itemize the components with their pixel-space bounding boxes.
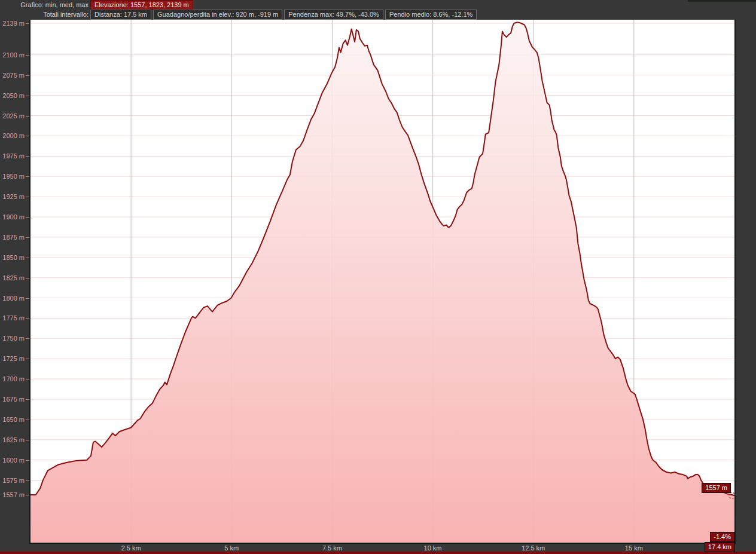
stat-slope-avg: Pendio medio: 8.6%, -12.1% bbox=[385, 10, 477, 20]
y-axis-label: 1825 m bbox=[0, 274, 25, 282]
elevation-area-plot[interactable] bbox=[31, 20, 734, 543]
y-axis-label: 1900 m bbox=[0, 213, 25, 221]
stat-distance: Distanza: 17.5 km bbox=[90, 10, 151, 20]
y-axis-tick bbox=[26, 480, 29, 481]
y-axis-tick bbox=[26, 420, 29, 420]
elevation-profile-chart[interactable] bbox=[31, 20, 734, 543]
y-axis-tick bbox=[26, 237, 29, 238]
elevation-profile-window: Grafico: min, med, max Elevazione: 1557,… bbox=[0, 0, 756, 554]
window-edge-artifact bbox=[688, 0, 756, 2]
y-axis-tick bbox=[26, 217, 29, 218]
y-axis-tick bbox=[26, 440, 29, 440]
x-axis-label: 12.5 km bbox=[522, 544, 545, 552]
y-axis-tick bbox=[26, 197, 29, 197]
end-distance-badge: 17.4 km bbox=[705, 542, 735, 552]
y-axis-label: 2000 m bbox=[0, 131, 25, 140]
y-axis-label: 1750 m bbox=[0, 334, 25, 342]
chart-header-row-1: Grafico: min, med, max Elevazione: 1557,… bbox=[0, 0, 193, 10]
chart-header-row-2: Totali intervallo: Distanza: 17.5 km Gua… bbox=[0, 10, 477, 20]
y-axis-label: 2050 m bbox=[0, 91, 25, 100]
y-axis-label: 1700 m bbox=[0, 375, 25, 383]
interval-totals-label: Totali intervallo: bbox=[0, 10, 89, 20]
y-axis-label: 1850 m bbox=[0, 253, 25, 262]
x-axis-label: 10 km bbox=[424, 544, 442, 552]
plot-right-border bbox=[734, 20, 736, 544]
y-axis-label: 2139 m bbox=[0, 19, 25, 27]
y-axis-tick bbox=[26, 460, 29, 461]
y-axis-label: 1925 m bbox=[0, 192, 25, 201]
stat-slope-max: Pendenza max: 49.7%, -43.0% bbox=[284, 10, 383, 20]
y-axis-label: 1975 m bbox=[0, 152, 25, 160]
y-axis-line bbox=[29, 20, 31, 544]
y-axis-label: 1625 m bbox=[0, 436, 25, 444]
y-axis-tick bbox=[26, 318, 29, 319]
y-axis-label: 1725 m bbox=[0, 354, 25, 363]
y-axis-label: 1800 m bbox=[0, 294, 25, 302]
x-axis-label: 5 km bbox=[224, 544, 239, 552]
stat-elevation-gain-loss: Guadagno/perdita in elev.: 920 m, -919 m bbox=[153, 10, 282, 20]
y-axis-tick bbox=[26, 156, 29, 157]
y-axis-tick bbox=[26, 338, 29, 339]
y-axis-label: 2075 m bbox=[0, 71, 25, 79]
y-axis-tick bbox=[26, 258, 29, 258]
y-axis-label: 1775 m bbox=[0, 314, 25, 322]
y-axis-tick bbox=[26, 55, 29, 56]
x-axis-label: 7.5 km bbox=[322, 544, 342, 552]
y-axis-label: 1650 m bbox=[0, 415, 25, 424]
x-axis-label: 15 km bbox=[625, 544, 643, 552]
y-axis-tick bbox=[26, 379, 29, 379]
y-axis-tick bbox=[26, 278, 29, 278]
bottom-divider-line bbox=[0, 552, 756, 554]
y-axis-label: 1675 m bbox=[0, 395, 25, 403]
elevation-area-fill bbox=[31, 23, 734, 543]
y-axis-label: 1600 m bbox=[0, 456, 25, 464]
chart-type-label: Grafico: min, med, max bbox=[0, 0, 89, 10]
y-axis-tick bbox=[26, 359, 29, 359]
y-axis-tick bbox=[26, 136, 29, 136]
y-axis-tick bbox=[26, 116, 29, 117]
y-axis-label: 1575 m bbox=[0, 476, 25, 485]
y-axis-label: 2100 m bbox=[0, 51, 25, 59]
y-axis-tick bbox=[26, 399, 29, 400]
y-axis-tick bbox=[26, 298, 29, 299]
end-grade-badge: -1.4% bbox=[710, 532, 734, 542]
y-axis-label: 1950 m bbox=[0, 172, 25, 180]
y-axis-tick bbox=[26, 495, 29, 495]
y-axis-label: 2025 m bbox=[0, 112, 25, 120]
y-axis-tick bbox=[26, 176, 29, 177]
end-elevation-badge: 1557 m bbox=[702, 483, 731, 493]
y-axis-tick bbox=[26, 75, 29, 76]
y-axis-tick bbox=[26, 23, 29, 24]
x-axis-label: 2.5 km bbox=[121, 544, 141, 552]
y-axis-label: 1557 m bbox=[0, 491, 25, 499]
elevation-summary-badge: Elevazione: 1557, 1823, 2139 m bbox=[90, 0, 193, 10]
y-axis-tick bbox=[26, 96, 29, 96]
y-axis-label: 1875 m bbox=[0, 233, 25, 241]
